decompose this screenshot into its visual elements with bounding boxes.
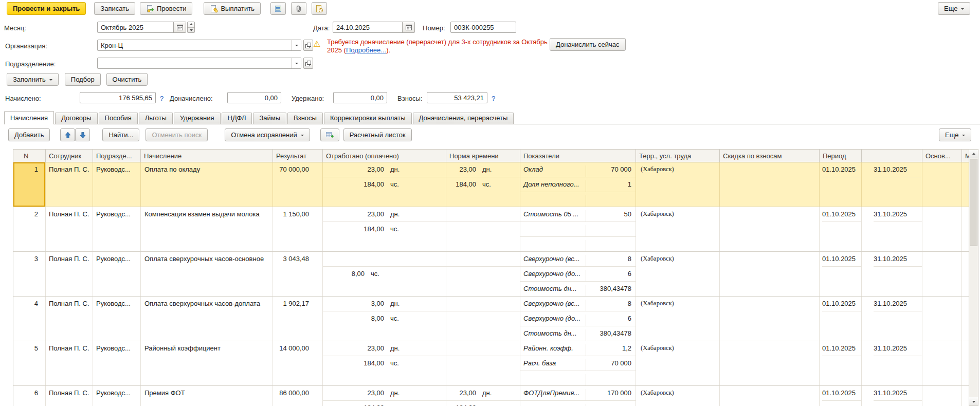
cell-norm[interactable]: 23,00дн. 184,00чс. [446,162,520,207]
tab-privileges[interactable]: Льготы [139,113,173,124]
table-row[interactable]: 3 Полная П. С. Руководс... Оплата сверху… [13,252,969,297]
cell-period-start[interactable]: 01.10.2025 [820,252,862,296]
cell-department[interactable]: Руководс... [93,207,141,251]
contributions-help-link[interactable]: ? [492,95,495,102]
tab-payment-adjustments[interactable]: Корректировки выплаты [324,113,412,124]
tab-accruals[interactable]: Начисления [4,111,54,124]
header-result[interactable]: Результат [273,150,323,162]
header-indicators[interactable]: Показатели [520,150,636,162]
pick-button[interactable]: Подбор [65,73,101,86]
cell-worked[interactable]: 23,00дн. 184,00чс. [323,207,446,251]
stepper-down-icon[interactable] [188,28,194,33]
cell-norm[interactable] [446,252,520,296]
number-input[interactable]: 00ЗК-000255 [450,22,516,33]
cell-period-end[interactable]: 31.10.2025 [862,162,922,207]
date-calendar-button[interactable] [402,22,414,32]
cell-me[interactable] [962,252,969,296]
cell-main[interactable] [922,297,962,341]
cell-period-end[interactable]: 31.10.2025 [862,207,922,251]
pay-button[interactable]: Выплатить [204,2,261,15]
cell-indicators[interactable]: Оклад70 000 Доля неполного...1 [520,162,636,207]
cell-period-start[interactable]: 01.10.2025 [820,162,862,207]
cell-period-end[interactable]: 31.10.2025 [862,252,922,296]
date-input[interactable]: 24.10.2025 [333,22,415,33]
register-records-button[interactable] [270,2,286,15]
move-up-button[interactable] [60,128,75,141]
cancel-search-button[interactable]: Отменить поиск [146,128,208,141]
cell-indicators[interactable]: Районн. коэфф.1,2 Расч. база70 000 [520,341,636,385]
cell-worked[interactable]: 23,00дн. 184,00чс. [323,162,446,207]
cell-norm[interactable] [446,341,520,385]
scroll-up-button[interactable] [969,150,978,158]
cell-accrual[interactable]: Оплата по окладу [141,162,273,207]
cell-discount[interactable] [720,207,820,251]
header-accrual[interactable]: Начисление [141,150,273,162]
cell-employee[interactable]: Полная П. С. [46,162,93,207]
cell-employee[interactable]: Полная П. С. [46,386,93,406]
cell-indicators[interactable]: Стоимость 05 ...50 [520,207,636,251]
cell-period-end[interactable]: 31.10.2025 [862,297,922,341]
month-input[interactable]: Октябрь 2025 [97,22,186,33]
cell-indicators[interactable]: Сверхурочно (вс...8 Сверхурочно (до...6 … [520,252,636,296]
month-calendar-button[interactable] [173,22,186,32]
cell-territory[interactable]: (Хабаровск) [636,207,720,251]
cell-worked[interactable]: 23,00дн. 184,00чс. [323,386,446,406]
cell-main[interactable] [922,207,962,251]
cell-indicators[interactable]: Сверхурочно (вс...8 Сверхурочно (до...6 … [520,297,636,341]
withheld-field[interactable]: 0,00 [333,92,387,103]
more-button-top[interactable]: Еще [938,2,970,15]
cell-result[interactable]: 14 000,00 [273,341,323,385]
cell-result[interactable]: 86 000,00 [273,386,323,406]
tab-contracts[interactable]: Договоры [55,113,97,124]
header-norm[interactable]: Норма времени [446,150,520,162]
cell-department[interactable]: Руководс... [93,252,141,296]
contributions-field[interactable]: 53 423,21 [427,92,487,103]
cell-period-end[interactable]: 31.10.2025 [862,386,922,406]
cell-main[interactable] [922,252,962,296]
cell-me[interactable] [962,297,969,341]
cell-department[interactable]: Руководс... [93,162,141,207]
cell-num[interactable]: 4 [13,297,46,341]
cell-main[interactable] [922,386,962,406]
scroll-down-button[interactable] [969,397,978,405]
cell-territory[interactable]: (Хабаровск) [636,341,720,385]
cell-result[interactable]: 70 000,00 [273,162,323,207]
cell-accrual[interactable]: Оплата сверхурочных часов-основное [141,252,273,296]
cell-me[interactable] [962,207,969,251]
cell-main[interactable] [922,162,962,207]
post-button[interactable]: Провести [140,2,193,15]
table-row[interactable]: 2 Полная П. С. Руководс... Компенсация в… [13,207,969,252]
cell-num[interactable]: 6 [13,386,46,406]
cell-num[interactable]: 2 [13,207,46,251]
cell-period-start[interactable]: 01.10.2025 [820,207,862,251]
history-button[interactable] [312,2,327,15]
cell-department[interactable]: Руководс... [93,341,141,385]
organization-dropdown-button[interactable] [292,40,301,50]
vertical-scrollbar[interactable] [969,149,978,406]
cell-me[interactable] [962,162,969,207]
tab-loans[interactable]: Займы [253,113,286,124]
change-form-button[interactable] [320,128,339,141]
cell-department[interactable]: Руководс... [93,297,141,341]
cell-accrual[interactable]: Районный коэффициент [141,341,273,385]
cell-num[interactable]: 3 [13,252,46,296]
header-main[interactable]: Основ... [922,150,962,162]
cell-period-start[interactable]: 01.10.2025 [820,386,862,406]
c ell-indicators[interactable]: ФОТДляПремия...170 000 [520,386,636,406]
cell-norm[interactable] [446,207,520,251]
tab-ndfl[interactable]: НДФЛ [222,113,252,124]
cell-me[interactable] [962,341,969,385]
cell-employee[interactable]: Полная П. С. [46,252,93,296]
cell-discount[interactable] [720,252,820,296]
cell-result[interactable]: 3 043,48 [273,252,323,296]
cell-accrual[interactable]: Оплата сверхурочных часов-доплата [141,297,273,341]
department-dropdown-button[interactable] [292,58,301,68]
header-discount[interactable]: Скидка по взносам [720,150,820,162]
cancel-fixes-button[interactable]: Отмена исправлений [225,128,310,141]
header-department[interactable]: Подразде... [93,150,141,162]
cell-worked[interactable]: 23,00дн. 184,00чс. [323,341,446,385]
scrollbar-thumb[interactable] [970,159,977,246]
header-employee[interactable]: Сотрудник [46,150,93,162]
tab-benefits[interactable]: Пособия [99,113,138,124]
header-territory[interactable]: Терр., усл. труда [636,150,720,162]
